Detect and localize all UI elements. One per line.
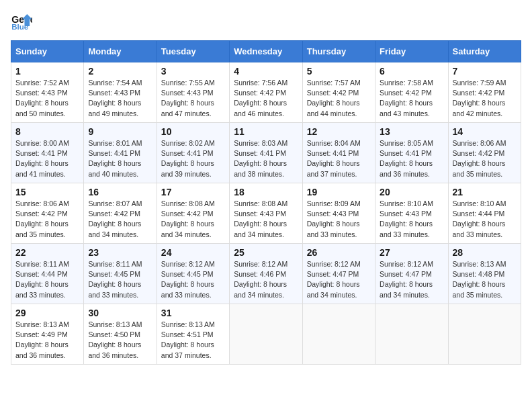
calendar-cell: 8Sunrise: 8:00 AMSunset: 4:41 PMDaylight… <box>11 123 84 183</box>
day-number: 9 <box>88 126 152 137</box>
day-info: Sunrise: 8:00 AMSunset: 4:41 PMDaylight:… <box>15 138 79 179</box>
day-info: Sunrise: 8:10 AMSunset: 4:44 PMDaylight:… <box>453 199 517 240</box>
day-info: Sunrise: 7:55 AMSunset: 4:43 PMDaylight:… <box>161 78 225 119</box>
day-info: Sunrise: 8:11 AMSunset: 4:44 PMDaylight:… <box>15 259 79 300</box>
day-info: Sunrise: 8:10 AMSunset: 4:43 PMDaylight:… <box>380 199 443 240</box>
calendar-header-row: SundayMondayTuesdayWednesdayThursdayFrid… <box>11 41 521 62</box>
day-info: Sunrise: 8:13 AMSunset: 4:51 PMDaylight:… <box>161 320 225 361</box>
day-number: 19 <box>307 187 371 197</box>
calendar-cell: 15Sunrise: 8:06 AMSunset: 4:42 PMDayligh… <box>11 183 84 244</box>
calendar-cell: 25Sunrise: 8:12 AMSunset: 4:46 PMDayligh… <box>230 244 302 304</box>
day-number: 25 <box>234 247 298 258</box>
day-number: 1 <box>15 66 79 77</box>
day-number: 3 <box>161 66 225 77</box>
day-number: 5 <box>307 66 371 77</box>
day-number: 21 <box>453 187 517 197</box>
day-number: 22 <box>15 247 79 258</box>
day-info: Sunrise: 7:59 AMSunset: 4:42 PMDaylight:… <box>453 78 517 119</box>
day-info: Sunrise: 8:04 AMSunset: 4:41 PMDaylight:… <box>307 138 371 179</box>
day-number: 6 <box>380 66 443 77</box>
calendar-cell: 27Sunrise: 8:12 AMSunset: 4:47 PMDayligh… <box>375 244 448 304</box>
day-info: Sunrise: 8:12 AMSunset: 4:46 PMDaylight:… <box>234 259 298 300</box>
day-header-monday: Monday <box>84 41 157 62</box>
day-header-saturday: Saturday <box>448 41 521 62</box>
calendar-cell <box>448 304 521 365</box>
day-info: Sunrise: 8:02 AMSunset: 4:41 PMDaylight:… <box>161 138 225 179</box>
calendar-cell: 23Sunrise: 8:11 AMSunset: 4:45 PMDayligh… <box>84 244 157 304</box>
day-info: Sunrise: 8:06 AMSunset: 4:42 PMDaylight:… <box>453 138 517 179</box>
day-number: 13 <box>380 126 443 137</box>
calendar-cell: 2Sunrise: 7:54 AMSunset: 4:43 PMDaylight… <box>84 62 157 123</box>
calendar-cell: 14Sunrise: 8:06 AMSunset: 4:42 PMDayligh… <box>448 123 521 183</box>
day-number: 18 <box>234 187 298 197</box>
day-number: 17 <box>161 187 225 197</box>
calendar-cell <box>302 304 375 365</box>
calendar-cell: 31Sunrise: 8:13 AMSunset: 4:51 PMDayligh… <box>157 304 229 365</box>
calendar-cell: 26Sunrise: 8:12 AMSunset: 4:47 PMDayligh… <box>302 244 375 304</box>
day-info: Sunrise: 7:52 AMSunset: 4:43 PMDaylight:… <box>15 78 79 119</box>
calendar-cell: 3Sunrise: 7:55 AMSunset: 4:43 PMDaylight… <box>157 62 229 123</box>
calendar-cell: 28Sunrise: 8:13 AMSunset: 4:48 PMDayligh… <box>448 244 521 304</box>
calendar-cell: 13Sunrise: 8:05 AMSunset: 4:41 PMDayligh… <box>375 123 448 183</box>
day-number: 4 <box>234 66 298 77</box>
day-header-thursday: Thursday <box>302 41 375 62</box>
day-number: 8 <box>15 126 79 137</box>
day-number: 16 <box>88 187 152 197</box>
calendar-cell: 9Sunrise: 8:01 AMSunset: 4:41 PMDaylight… <box>84 123 157 183</box>
day-number: 2 <box>88 66 152 77</box>
day-number: 10 <box>161 126 225 137</box>
calendar-cell: 30Sunrise: 8:13 AMSunset: 4:50 PMDayligh… <box>84 304 157 365</box>
calendar-cell: 19Sunrise: 8:09 AMSunset: 4:43 PMDayligh… <box>302 183 375 244</box>
calendar-week-1: 1Sunrise: 7:52 AMSunset: 4:43 PMDaylight… <box>11 62 521 123</box>
calendar-cell: 22Sunrise: 8:11 AMSunset: 4:44 PMDayligh… <box>11 244 84 304</box>
calendar-week-4: 22Sunrise: 8:11 AMSunset: 4:44 PMDayligh… <box>11 244 521 304</box>
day-number: 7 <box>453 66 517 77</box>
calendar-week-5: 29Sunrise: 8:13 AMSunset: 4:49 PMDayligh… <box>11 304 521 365</box>
calendar-cell: 17Sunrise: 8:08 AMSunset: 4:42 PMDayligh… <box>157 183 229 244</box>
calendar-cell: 24Sunrise: 8:12 AMSunset: 4:45 PMDayligh… <box>157 244 229 304</box>
calendar-cell: 20Sunrise: 8:10 AMSunset: 4:43 PMDayligh… <box>375 183 448 244</box>
day-info: Sunrise: 7:57 AMSunset: 4:42 PMDaylight:… <box>307 78 371 119</box>
day-info: Sunrise: 8:11 AMSunset: 4:45 PMDaylight:… <box>88 259 152 300</box>
calendar-cell: 18Sunrise: 8:08 AMSunset: 4:43 PMDayligh… <box>230 183 302 244</box>
calendar-cell: 1Sunrise: 7:52 AMSunset: 4:43 PMDaylight… <box>11 62 84 123</box>
day-number: 27 <box>380 247 443 258</box>
day-info: Sunrise: 8:06 AMSunset: 4:42 PMDaylight:… <box>15 199 79 240</box>
day-number: 29 <box>15 308 79 318</box>
day-info: Sunrise: 8:01 AMSunset: 4:41 PMDaylight:… <box>88 138 152 179</box>
day-info: Sunrise: 7:54 AMSunset: 4:43 PMDaylight:… <box>88 78 152 119</box>
day-number: 31 <box>161 308 225 318</box>
day-info: Sunrise: 8:03 AMSunset: 4:41 PMDaylight:… <box>234 138 298 179</box>
calendar-table: SundayMondayTuesdayWednesdayThursdayFrid… <box>11 40 521 365</box>
day-number: 24 <box>161 247 225 258</box>
calendar-cell: 6Sunrise: 7:58 AMSunset: 4:42 PMDaylight… <box>375 62 448 123</box>
day-info: Sunrise: 8:09 AMSunset: 4:43 PMDaylight:… <box>307 199 371 240</box>
day-number: 28 <box>453 247 517 258</box>
calendar-cell: 7Sunrise: 7:59 AMSunset: 4:42 PMDaylight… <box>448 62 521 123</box>
day-info: Sunrise: 8:13 AMSunset: 4:50 PMDaylight:… <box>88 320 152 361</box>
day-number: 15 <box>15 187 79 197</box>
calendar-week-3: 15Sunrise: 8:06 AMSunset: 4:42 PMDayligh… <box>11 183 521 244</box>
day-info: Sunrise: 7:58 AMSunset: 4:42 PMDaylight:… <box>380 78 443 119</box>
calendar-cell: 29Sunrise: 8:13 AMSunset: 4:49 PMDayligh… <box>11 304 84 365</box>
logo: General Blue <box>11 11 38 32</box>
calendar-cell: 10Sunrise: 8:02 AMSunset: 4:41 PMDayligh… <box>157 123 229 183</box>
day-number: 23 <box>88 247 152 258</box>
day-number: 20 <box>380 187 443 197</box>
calendar-cell: 11Sunrise: 8:03 AMSunset: 4:41 PMDayligh… <box>230 123 302 183</box>
calendar-cell <box>375 304 448 365</box>
calendar-cell: 16Sunrise: 8:07 AMSunset: 4:42 PMDayligh… <box>84 183 157 244</box>
calendar-cell <box>230 304 302 365</box>
day-number: 30 <box>88 308 152 318</box>
day-header-tuesday: Tuesday <box>157 41 229 62</box>
logo-icon: General Blue <box>11 11 32 32</box>
day-header-friday: Friday <box>375 41 448 62</box>
day-number: 14 <box>453 126 517 137</box>
calendar-cell: 12Sunrise: 8:04 AMSunset: 4:41 PMDayligh… <box>302 123 375 183</box>
day-info: Sunrise: 8:12 AMSunset: 4:47 PMDaylight:… <box>380 259 443 300</box>
day-info: Sunrise: 8:12 AMSunset: 4:47 PMDaylight:… <box>307 259 371 300</box>
day-number: 11 <box>234 126 298 137</box>
day-info: Sunrise: 8:13 AMSunset: 4:49 PMDaylight:… <box>15 320 79 361</box>
calendar-cell: 4Sunrise: 7:56 AMSunset: 4:42 PMDaylight… <box>230 62 302 123</box>
calendar-week-2: 8Sunrise: 8:00 AMSunset: 4:41 PMDaylight… <box>11 123 521 183</box>
